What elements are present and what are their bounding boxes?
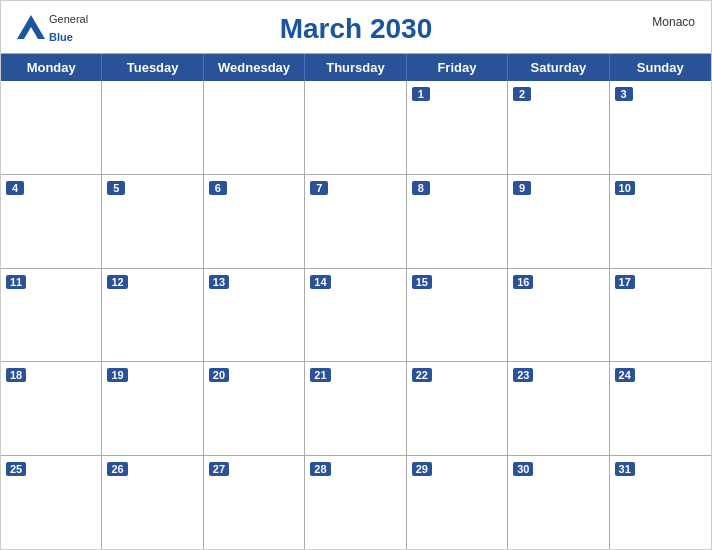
day-number: 26 (107, 462, 127, 476)
day-number: 1 (412, 87, 430, 101)
week-row-2: 45678910 (1, 175, 711, 269)
logo: General Blue (17, 9, 88, 45)
day-number: 21 (310, 368, 330, 382)
day-cell: 19 (102, 362, 203, 455)
logo-general: General (49, 13, 88, 25)
day-number: 8 (412, 181, 430, 195)
week-row-1: 123 (1, 81, 711, 175)
calendar: General Blue March 2030 Monaco MondayTue… (0, 0, 712, 550)
day-cell: 29 (407, 456, 508, 549)
day-header-friday: Friday (407, 54, 508, 81)
day-cell: 3 (610, 81, 711, 174)
day-cell: 24 (610, 362, 711, 455)
day-cell: 1 (407, 81, 508, 174)
day-header-sunday: Sunday (610, 54, 711, 81)
week-row-4: 18192021222324 (1, 362, 711, 456)
week-row-3: 11121314151617 (1, 269, 711, 363)
day-headers-row: MondayTuesdayWednesdayThursdayFridaySatu… (1, 54, 711, 81)
country-label: Monaco (652, 15, 695, 29)
day-cell: 26 (102, 456, 203, 549)
day-number: 7 (310, 181, 328, 195)
day-number: 29 (412, 462, 432, 476)
day-number: 10 (615, 181, 635, 195)
day-cell: 25 (1, 456, 102, 549)
day-cell: 18 (1, 362, 102, 455)
day-number: 4 (6, 181, 24, 195)
day-header-tuesday: Tuesday (102, 54, 203, 81)
logo-blue: Blue (49, 31, 73, 43)
day-cell: 27 (204, 456, 305, 549)
day-cell: 30 (508, 456, 609, 549)
day-cell: 12 (102, 269, 203, 362)
day-number: 13 (209, 275, 229, 289)
day-cell: 15 (407, 269, 508, 362)
day-number: 2 (513, 87, 531, 101)
day-header-monday: Monday (1, 54, 102, 81)
weeks-container: 1234567891011121314151617181920212223242… (1, 81, 711, 549)
day-number: 3 (615, 87, 633, 101)
day-cell: 10 (610, 175, 711, 268)
day-number: 16 (513, 275, 533, 289)
week-row-5: 25262728293031 (1, 456, 711, 549)
day-cell (1, 81, 102, 174)
day-cell (305, 81, 406, 174)
day-header-thursday: Thursday (305, 54, 406, 81)
day-cell: 16 (508, 269, 609, 362)
logo-text: General Blue (49, 9, 88, 45)
day-cell: 2 (508, 81, 609, 174)
day-number: 11 (6, 275, 26, 289)
day-number: 20 (209, 368, 229, 382)
day-number: 15 (412, 275, 432, 289)
day-cell: 4 (1, 175, 102, 268)
day-number: 23 (513, 368, 533, 382)
day-cell: 8 (407, 175, 508, 268)
day-number: 31 (615, 462, 635, 476)
day-number: 24 (615, 368, 635, 382)
day-number: 5 (107, 181, 125, 195)
day-cell: 11 (1, 269, 102, 362)
day-cell (102, 81, 203, 174)
day-cell: 20 (204, 362, 305, 455)
day-number: 9 (513, 181, 531, 195)
day-cell: 23 (508, 362, 609, 455)
day-number: 12 (107, 275, 127, 289)
day-cell: 13 (204, 269, 305, 362)
calendar-title: March 2030 (280, 13, 433, 45)
day-number: 30 (513, 462, 533, 476)
calendar-grid: MondayTuesdayWednesdayThursdayFridaySatu… (1, 53, 711, 549)
calendar-header: General Blue March 2030 Monaco (1, 1, 711, 53)
day-number: 17 (615, 275, 635, 289)
day-header-wednesday: Wednesday (204, 54, 305, 81)
day-cell: 5 (102, 175, 203, 268)
day-number: 19 (107, 368, 127, 382)
day-cell: 21 (305, 362, 406, 455)
day-cell: 17 (610, 269, 711, 362)
day-number: 14 (310, 275, 330, 289)
day-number: 22 (412, 368, 432, 382)
day-number: 25 (6, 462, 26, 476)
day-cell (204, 81, 305, 174)
day-cell: 31 (610, 456, 711, 549)
day-cell: 6 (204, 175, 305, 268)
day-cell: 7 (305, 175, 406, 268)
day-number: 6 (209, 181, 227, 195)
logo-icon (17, 15, 45, 39)
day-cell: 14 (305, 269, 406, 362)
day-number: 27 (209, 462, 229, 476)
day-number: 28 (310, 462, 330, 476)
day-number: 18 (6, 368, 26, 382)
day-header-saturday: Saturday (508, 54, 609, 81)
day-cell: 28 (305, 456, 406, 549)
day-cell: 22 (407, 362, 508, 455)
day-cell: 9 (508, 175, 609, 268)
